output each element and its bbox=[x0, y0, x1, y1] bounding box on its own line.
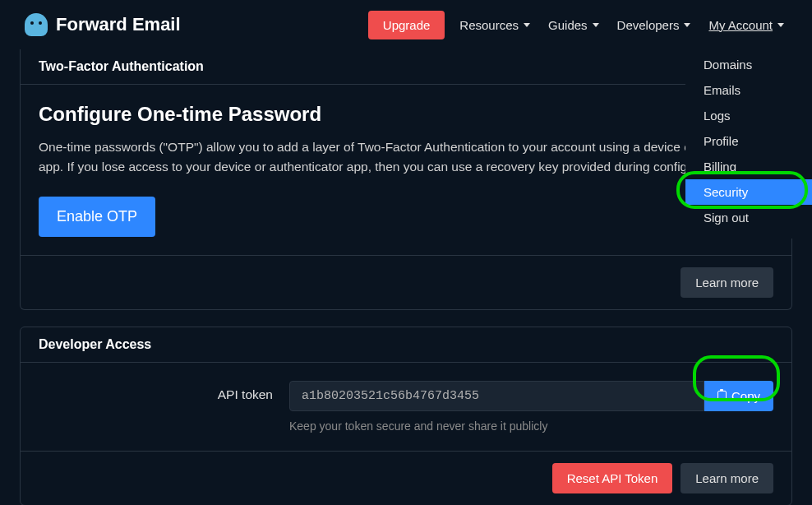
two-factor-header: Two-Factor Authentication bbox=[21, 49, 791, 85]
copy-label: Copy bbox=[731, 389, 760, 403]
api-token-label: API token bbox=[39, 381, 273, 402]
nav-my-account-label: My Account bbox=[708, 18, 773, 32]
dropdown-item-profile[interactable]: Profile bbox=[685, 128, 812, 154]
nav-resources[interactable]: Resources bbox=[456, 13, 533, 37]
nav-developers[interactable]: Developers bbox=[614, 13, 694, 37]
api-token-input[interactable] bbox=[289, 381, 704, 411]
api-token-input-group: Copy bbox=[289, 381, 773, 411]
card-two-factor: Two-Factor Authentication Configure One-… bbox=[20, 49, 792, 310]
copy-button[interactable]: Copy bbox=[704, 381, 773, 411]
card-developer-access: Developer Access API token Copy Keep you… bbox=[20, 327, 792, 505]
two-factor-description: One-time passwords ("OTP") allow you to … bbox=[39, 137, 773, 177]
learn-more-button[interactable]: Learn more bbox=[681, 267, 773, 298]
nav-guides-label: Guides bbox=[548, 18, 588, 32]
two-factor-title: Configure One-time Password bbox=[39, 103, 773, 126]
api-token-control: Copy Keep your token secure and never sh… bbox=[289, 381, 773, 433]
dropdown-item-signout[interactable]: Sign out bbox=[685, 205, 812, 230]
upgrade-button[interactable]: Upgrade bbox=[368, 11, 445, 39]
two-factor-body: Configure One-time Password One-time pas… bbox=[21, 85, 791, 255]
brand[interactable]: Forward Email bbox=[25, 13, 181, 36]
nav-developers-label: Developers bbox=[617, 18, 680, 32]
dropdown-item-billing[interactable]: Billing bbox=[685, 154, 812, 179]
brand-text: Forward Email bbox=[56, 14, 181, 35]
nav-right: Upgrade Resources Guides Developers My A… bbox=[368, 11, 787, 39]
two-factor-footer: Learn more bbox=[21, 255, 791, 309]
nav-my-account[interactable]: My Account bbox=[705, 13, 787, 37]
clipboard-icon bbox=[717, 391, 727, 401]
navbar: Forward Email Upgrade Resources Guides D… bbox=[0, 0, 812, 49]
nav-guides[interactable]: Guides bbox=[545, 13, 602, 37]
caret-down-icon bbox=[593, 23, 599, 27]
developer-footer: Reset API Token Learn more bbox=[21, 451, 791, 505]
enable-otp-button[interactable]: Enable OTP bbox=[39, 197, 155, 237]
account-dropdown: Domains Emails Logs Profile Billing Secu… bbox=[685, 44, 812, 239]
caret-down-icon bbox=[524, 23, 530, 27]
dropdown-item-logs[interactable]: Logs bbox=[685, 103, 812, 128]
developer-header: Developer Access bbox=[21, 327, 791, 363]
reset-api-token-button[interactable]: Reset API Token bbox=[552, 463, 673, 493]
caret-down-icon bbox=[684, 23, 690, 27]
nav-resources-label: Resources bbox=[459, 18, 519, 32]
caret-down-icon bbox=[777, 23, 784, 27]
api-token-help: Keep your token secure and never share i… bbox=[289, 419, 773, 433]
dropdown-item-emails[interactable]: Emails bbox=[685, 77, 812, 103]
brand-logo-icon bbox=[25, 13, 48, 36]
developer-body: API token Copy Keep your token secure an… bbox=[21, 363, 791, 451]
dropdown-item-domains[interactable]: Domains bbox=[685, 52, 812, 77]
learn-more-button[interactable]: Learn more bbox=[681, 463, 773, 493]
dropdown-item-security[interactable]: Security bbox=[685, 179, 812, 205]
api-token-row: API token Copy Keep your token secure an… bbox=[39, 381, 773, 433]
